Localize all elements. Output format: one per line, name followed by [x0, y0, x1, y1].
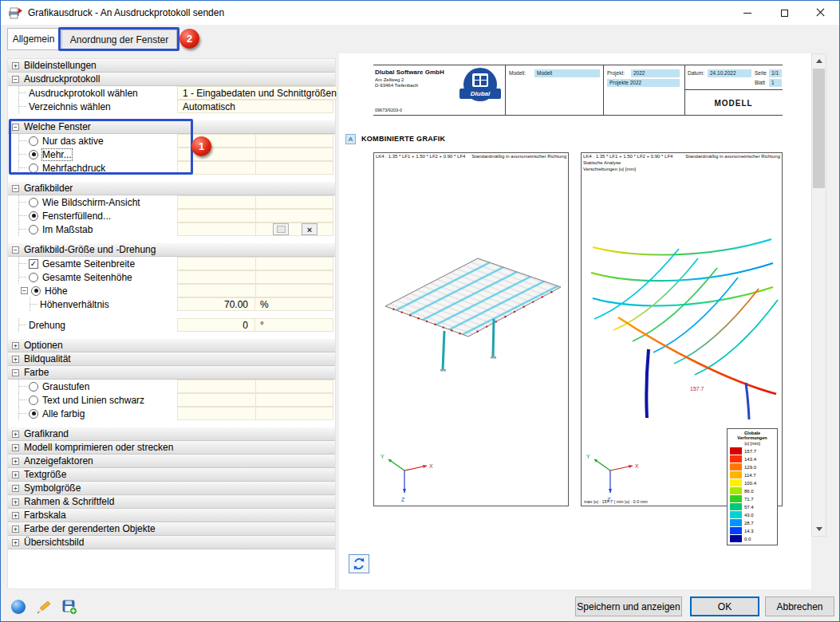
- empty-cell: [256, 134, 334, 148]
- maximize-button[interactable]: [766, 1, 803, 25]
- tree-connector: [8, 222, 29, 236]
- legend-row: 28.7: [729, 519, 775, 527]
- radio-alle-farbig: Alle farbig: [8, 407, 335, 420]
- tab-allgemein[interactable]: Allgemein: [7, 28, 60, 50]
- expand-toggle-icon[interactable]: −: [12, 124, 19, 131]
- graphic-printout-icon: [8, 6, 22, 19]
- expand-toggle-icon[interactable]: +: [12, 471, 19, 478]
- minimize-button[interactable]: [729, 1, 766, 25]
- radio-button[interactable]: [29, 225, 38, 234]
- save-settings-button[interactable]: [60, 597, 79, 616]
- section-label: Farbe der gerenderten Objekte: [24, 523, 156, 534]
- expand-toggle-icon[interactable]: +: [12, 458, 19, 465]
- checkbox[interactable]: ✓: [29, 259, 38, 269]
- radio-button[interactable]: [29, 273, 38, 282]
- logo-wordmark: Dlubal: [459, 89, 501, 99]
- value-input[interactable]: 70.00: [177, 297, 255, 311]
- expand-toggle-icon[interactable]: +: [12, 431, 19, 438]
- tree-connector: [8, 297, 40, 311]
- section-label: Rahmen & Schriftfeld: [24, 496, 114, 507]
- tree-gap: [8, 311, 335, 318]
- radio-button[interactable]: [29, 198, 38, 207]
- value-input[interactable]: 0: [177, 318, 255, 332]
- radio-button[interactable]: [29, 136, 38, 146]
- expand-toggle-icon[interactable]: −: [12, 246, 19, 254]
- radio-button[interactable]: [29, 396, 38, 405]
- expand-toggle-icon[interactable]: +: [12, 342, 19, 349]
- expand-toggle-icon[interactable]: +: [12, 539, 19, 546]
- row-verzeichnis-waehlen: Verzeichnis wählenAutomatisch: [8, 100, 335, 113]
- expand-toggle-icon[interactable]: +: [12, 62, 19, 69]
- expand-toggle-icon[interactable]: −: [12, 76, 19, 83]
- expand-toggle-icon[interactable]: −: [21, 287, 28, 294]
- section-title: KOMBINIERTE GRAFIK: [361, 135, 445, 143]
- radio-nur-das-aktive: Nur das aktive: [8, 134, 335, 148]
- expand-toggle-icon[interactable]: +: [12, 485, 19, 492]
- section-label: Grafikrand: [24, 428, 69, 439]
- tree-connector: [8, 318, 29, 332]
- legend-swatch: [730, 527, 742, 534]
- tree-connector: [8, 284, 13, 297]
- max-deformation-label: 157.7: [690, 386, 704, 392]
- view-direction-caption: Standardmäßig in axonometrischer Richtun…: [685, 154, 780, 159]
- ok-button[interactable]: OK: [690, 596, 759, 616]
- legend-row: 43.0: [729, 511, 775, 519]
- expand-toggle-icon[interactable]: −: [12, 369, 19, 376]
- empty-cell: [177, 222, 256, 236]
- expand-toggle-icon[interactable]: +: [12, 444, 19, 451]
- project-folder-value: Projekte 2022: [607, 79, 680, 87]
- analysis-caption: Statische Analyse: [583, 160, 621, 165]
- legend-value: 71.7: [744, 497, 754, 502]
- radio-button[interactable]: [29, 409, 38, 419]
- radio-button[interactable]: [29, 382, 38, 392]
- preview-scrollbar[interactable]: [811, 53, 826, 537]
- cancel-button[interactable]: Abbrechen: [765, 596, 834, 616]
- tab-label: Allgemein: [13, 33, 55, 45]
- value-field[interactable]: Automatisch: [177, 100, 333, 113]
- empty-cell: [256, 195, 334, 209]
- scale-settings-button[interactable]: [273, 223, 289, 235]
- scroll-down-button[interactable]: [812, 522, 826, 536]
- expand-toggle-icon[interactable]: +: [12, 498, 19, 506]
- radio-wie-bildschirm-ansicht: Wie Bildschirm-Ansicht: [8, 195, 335, 209]
- scroll-up-button[interactable]: [812, 54, 826, 68]
- max-min-caption: max |u| : 157.7 | min |u| : 0.0 mm: [584, 499, 648, 504]
- section-label: Optionen: [24, 340, 63, 351]
- check-gesamte-seitenbreite: ✓Gesamte Seitenbreite: [8, 257, 335, 270]
- value-cells: 70.00%: [177, 297, 333, 311]
- tree-gap: [8, 332, 335, 339]
- section-farbe-der-gerenderten-objekte: +Farbe der gerenderten Objekte: [8, 522, 335, 536]
- scrollbar-thumb[interactable]: [813, 69, 825, 188]
- expand-toggle-icon[interactable]: +: [12, 356, 19, 363]
- expand-toggle-icon[interactable]: +: [12, 526, 19, 533]
- help-button[interactable]: [9, 597, 28, 616]
- edit-comment-button[interactable]: [34, 597, 53, 616]
- model-title-box: MODELL: [684, 89, 783, 116]
- section-label: Übersichtsbild: [24, 537, 84, 548]
- radio-button[interactable]: [29, 150, 38, 159]
- radio-button[interactable]: [29, 163, 38, 173]
- tree-connector: [8, 134, 29, 148]
- radio-mehr: Mehr...: [8, 148, 335, 161]
- page-value: 1/1: [769, 69, 782, 77]
- radio-button[interactable]: [29, 211, 38, 221]
- unit-cell: %: [255, 297, 333, 311]
- remove-scale-button[interactable]: ×: [302, 223, 317, 235]
- axis-triad: X Y Z: [586, 454, 639, 502]
- radio-hoehe: −Höhe: [8, 284, 335, 297]
- empty-cell: [177, 284, 256, 297]
- expand-toggle-icon[interactable]: −: [12, 185, 19, 192]
- section-label: Textgröße: [24, 469, 66, 480]
- expand-toggle-icon[interactable]: +: [12, 512, 19, 519]
- model-value: Modell: [534, 69, 600, 77]
- radio-button[interactable]: [31, 286, 41, 296]
- section-optionen: +Optionen: [8, 339, 335, 352]
- blue-sphere-icon: [10, 599, 26, 615]
- empty-cell: [256, 407, 334, 420]
- tree-gap: [8, 175, 335, 182]
- save-and-show-button[interactable]: Speichern und anzeigen: [575, 596, 682, 616]
- value-field[interactable]: 1 - Eingabedaten und Schnittgrößen: [177, 86, 337, 100]
- close-button[interactable]: [803, 1, 839, 25]
- refresh-preview-button[interactable]: [349, 554, 369, 573]
- tab-anordnung-der-fenster[interactable]: Anordnung der Fenster: [61, 30, 177, 50]
